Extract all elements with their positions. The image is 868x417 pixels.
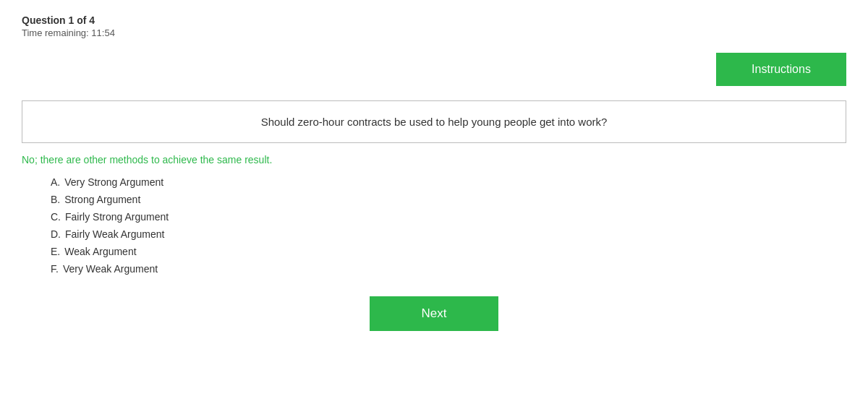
question-box: Should zero-hour contracts be used to he… (22, 100, 846, 143)
header: Question 1 of 4 Time remaining: 11:54 (0, 0, 868, 46)
list-item[interactable]: F.Very Weak Argument (51, 263, 846, 275)
question-counter: Question 1 of 4 (22, 14, 846, 26)
next-button[interactable]: Next (370, 296, 498, 331)
time-remaining: Time remaining: 11:54 (22, 27, 846, 38)
instructions-button[interactable]: Instructions (716, 53, 846, 86)
option-label: Very Weak Argument (63, 263, 158, 275)
option-label: Very Strong Argument (64, 176, 163, 188)
list-item[interactable]: E.Weak Argument (51, 246, 846, 257)
options-list: A.Very Strong ArgumentB.Strong ArgumentC… (22, 176, 846, 275)
option-key: A. (51, 176, 60, 188)
option-label: Fairly Weak Argument (65, 228, 164, 240)
option-key: B. (51, 194, 60, 205)
list-item[interactable]: D.Fairly Weak Argument (51, 228, 846, 240)
answer-text: No; there are other methods to achieve t… (22, 154, 846, 165)
option-key: D. (51, 228, 61, 240)
list-item[interactable]: C.Fairly Strong Argument (51, 211, 846, 223)
instructions-area: Instructions (0, 46, 868, 93)
next-area: Next (0, 296, 868, 331)
option-label: Weak Argument (64, 246, 136, 257)
option-key: E. (51, 246, 60, 257)
option-key: F. (51, 263, 59, 275)
option-label: Fairly Strong Argument (65, 211, 169, 223)
list-item[interactable]: B.Strong Argument (51, 194, 846, 205)
list-item[interactable]: A.Very Strong Argument (51, 176, 846, 188)
option-key: C. (51, 211, 61, 223)
option-label: Strong Argument (64, 194, 140, 205)
question-text: Should zero-hour contracts be used to he… (261, 116, 608, 128)
